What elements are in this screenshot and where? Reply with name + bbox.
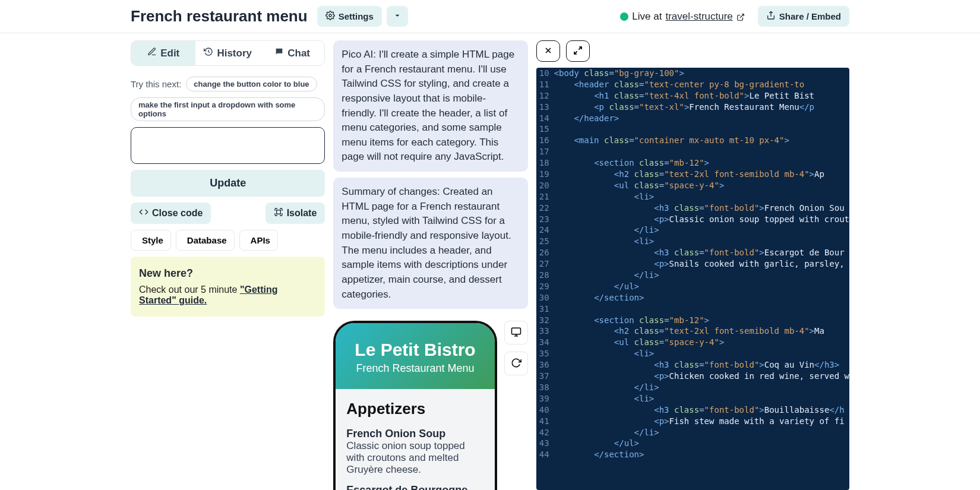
- settings-button[interactable]: Settings: [317, 6, 382, 27]
- code-line[interactable]: 44 </section>: [536, 449, 849, 460]
- code-line[interactable]: 24 </li>: [536, 225, 849, 236]
- live-prefix: Live at: [632, 11, 662, 23]
- line-number: 15: [536, 124, 554, 135]
- settings-dropdown-button[interactable]: [387, 6, 408, 27]
- code-line[interactable]: 38 </li>: [536, 382, 849, 393]
- editor-tabs: Edit History Chat: [131, 40, 325, 66]
- code-line[interactable]: 10<body class="bg-gray-100">: [536, 68, 849, 79]
- code-line[interactable]: 20 <ul class="space-y-4">: [536, 180, 849, 191]
- history-icon: [204, 47, 213, 59]
- line-number: 43: [536, 438, 554, 449]
- code-line[interactable]: 17: [536, 146, 849, 157]
- menu-item-desc: Classic onion soup topped with croutons …: [346, 440, 483, 476]
- line-number: 33: [536, 325, 554, 337]
- apis-button[interactable]: APIs: [239, 230, 278, 251]
- preview-header: Le Petit Bistro French Restaurant Menu: [336, 323, 494, 389]
- prompt-input[interactable]: [131, 127, 325, 164]
- code-line[interactable]: 43 </ul>: [536, 438, 849, 449]
- style-button[interactable]: Style: [131, 230, 171, 251]
- code-line[interactable]: 39 <li>: [536, 393, 849, 404]
- code-line[interactable]: 22 <h3 class="font-bold">French Onion So…: [536, 203, 849, 214]
- close-code-button[interactable]: Close code: [131, 203, 211, 224]
- code-line[interactable]: 27 <p>Snails cooked with garlic, parsley…: [536, 258, 849, 270]
- line-number: 42: [536, 427, 554, 438]
- close-code-label: Close code: [152, 208, 203, 219]
- code-line[interactable]: 42 </li>: [536, 427, 849, 438]
- database-label: Database: [187, 235, 227, 245]
- menu-item-name: Escargot de Bourgogne: [346, 484, 483, 490]
- code-line[interactable]: 33 <h2 class="text-2xl font-semibold mb-…: [536, 325, 849, 337]
- line-number: 18: [536, 157, 554, 169]
- callout-text: Check out our 5 minute: [139, 284, 240, 295]
- code-line[interactable]: 26 <h3 class="font-bold">Escargot de Bou…: [536, 247, 849, 258]
- code-line[interactable]: 11 <header class="text-center py-8 bg-gr…: [536, 79, 849, 90]
- line-number: 12: [536, 90, 554, 102]
- try-next: Try this next: change the button color t…: [131, 77, 325, 91]
- code-line[interactable]: 36 <h3 class="font-bold">Coq au Vin</h3>: [536, 359, 849, 371]
- code-line[interactable]: 32 <section class="mb-12">: [536, 315, 849, 326]
- code-line[interactable]: 15: [536, 124, 849, 135]
- line-number: 17: [536, 146, 554, 157]
- code-editor[interactable]: 10<body class="bg-gray-100">11 <header c…: [536, 68, 849, 490]
- line-number: 35: [536, 348, 554, 359]
- code-line[interactable]: 25 <li>: [536, 236, 849, 247]
- update-button[interactable]: Update: [131, 170, 325, 197]
- summary-label: Summary of changes:: [342, 186, 440, 197]
- share-embed-button[interactable]: Share / Embed: [758, 6, 849, 27]
- menu-item: French Onion Soup Classic onion soup top…: [346, 428, 483, 476]
- tab-chat[interactable]: Chat: [260, 41, 324, 65]
- code-line[interactable]: 28 </li>: [536, 270, 849, 281]
- tab-history[interactable]: History: [195, 41, 260, 65]
- svg-rect-14: [511, 328, 520, 334]
- code-line[interactable]: 40 <h3 class="font-bold">Bouillabaisse</…: [536, 404, 849, 416]
- line-number: 25: [536, 236, 554, 247]
- line-number: 38: [536, 382, 554, 393]
- code-line[interactable]: 31: [536, 304, 849, 315]
- isolate-button[interactable]: Isolate: [265, 203, 325, 224]
- line-number: 14: [536, 113, 554, 124]
- code-line[interactable]: 34 <ul class="space-y-4">: [536, 337, 849, 348]
- code-line[interactable]: 21 <li>: [536, 191, 849, 203]
- line-number: 26: [536, 247, 554, 258]
- share-label: Share / Embed: [779, 11, 841, 21]
- line-number: 20: [536, 180, 554, 191]
- line-number: 27: [536, 258, 554, 270]
- line-number: 22: [536, 203, 554, 214]
- code-line[interactable]: 12 <h1 class="text-4xl font-bold">Le Pet…: [536, 90, 849, 102]
- code-line[interactable]: 16 <main class="container mx-auto mt-10 …: [536, 135, 849, 146]
- live-link[interactable]: travel-structure: [665, 11, 732, 23]
- ai-message-label: Pico AI:: [342, 49, 376, 60]
- line-number: 21: [536, 191, 554, 203]
- line-number: 40: [536, 404, 554, 416]
- close-code-panel-button[interactable]: [536, 40, 560, 62]
- tab-edit-label: Edit: [160, 48, 179, 59]
- line-number: 30: [536, 292, 554, 304]
- expand-code-button[interactable]: [566, 40, 590, 62]
- code-line[interactable]: 13 <p class="text-xl">French Restaurant …: [536, 102, 849, 113]
- suggestion-chip[interactable]: make the first input a dropdown with som…: [131, 97, 325, 121]
- desktop-preview-button[interactable]: [504, 321, 528, 344]
- tab-edit[interactable]: Edit: [131, 41, 195, 65]
- tab-chat-label: Chat: [287, 48, 310, 59]
- code-line[interactable]: 19 <h2 class="text-2xl font-semibold mb-…: [536, 169, 849, 180]
- try-next-label: Try this next:: [131, 79, 181, 89]
- line-number: 31: [536, 304, 554, 315]
- code-line[interactable]: 23 <p>Classic onion soup topped with cro…: [536, 214, 849, 225]
- svg-rect-3: [276, 210, 280, 214]
- code-line[interactable]: 35 <li>: [536, 348, 849, 359]
- code-line[interactable]: 30 </section>: [536, 292, 849, 304]
- getting-started-callout: New here? Check out our 5 minute "Gettin…: [131, 257, 325, 317]
- code-line[interactable]: 29 </ul>: [536, 281, 849, 292]
- callout-title: New here?: [139, 267, 317, 280]
- code-line[interactable]: 37 <p>Chicken cooked in red wine, served…: [536, 371, 849, 382]
- line-number: 41: [536, 416, 554, 427]
- suggestion-chip[interactable]: change the button color to blue: [186, 77, 317, 91]
- code-line[interactable]: 14 </header>: [536, 113, 849, 124]
- menu-item-name: French Onion Soup: [346, 428, 483, 440]
- code-line[interactable]: 18 <section class="mb-12">: [536, 157, 849, 169]
- refresh-preview-button[interactable]: [504, 352, 528, 375]
- line-number: 44: [536, 449, 554, 460]
- code-line[interactable]: 41 <p>Fish stew made with a variety of f…: [536, 416, 849, 427]
- database-button[interactable]: Database: [176, 230, 235, 251]
- line-number: 23: [536, 214, 554, 225]
